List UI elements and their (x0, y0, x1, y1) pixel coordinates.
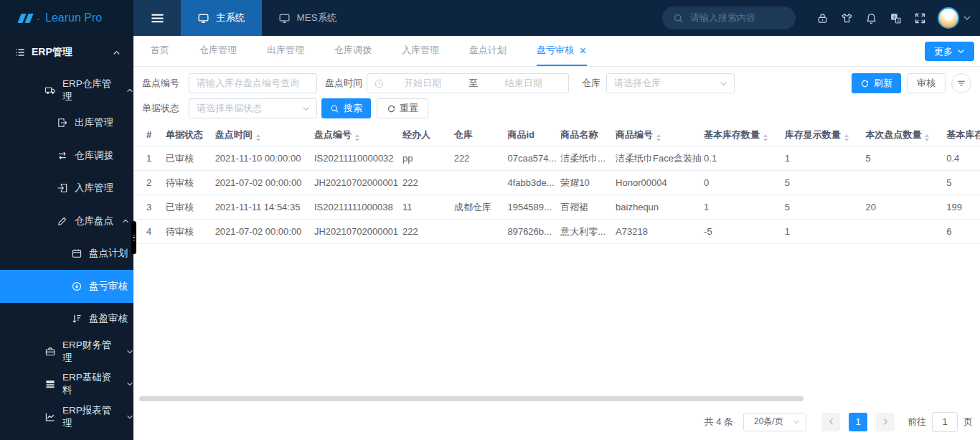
chevron-down-icon (126, 413, 133, 421)
column-header[interactable]: # (133, 123, 163, 146)
page-tab[interactable]: 仓库管理 (199, 36, 237, 66)
sidebar-module-header[interactable]: ERP管理 (0, 36, 133, 69)
page-tab[interactable]: 盘亏审核 (537, 36, 587, 66)
table-cell: 2021-07-02 00:00:00 (212, 220, 311, 244)
sidebar-item[interactable]: ERP报表管理 (0, 401, 133, 434)
table-cell: 已审核 (163, 195, 212, 220)
audit-button[interactable]: 审核 (907, 73, 946, 93)
table-cell: 1954589... (504, 195, 557, 220)
page-tabbar: 首页仓库管理出库管理仓库调拨入库管理盘点计划盘亏审核 更多 (133, 36, 980, 67)
sidebar-item[interactable]: 盘亏审核 (0, 270, 133, 303)
sidebar-item-label: ERP仓库管理 (62, 78, 118, 103)
column-header[interactable]: 商品id (504, 123, 557, 146)
filter-area: 盘点编号 请输入库存盘点编号查询 盘点时间 开始日期 至 结束日期 仓库 请选择… (133, 67, 980, 118)
search-button[interactable]: 搜索 (321, 98, 371, 118)
sidebar-item[interactable]: 盘点计划 (0, 238, 133, 271)
column-header[interactable]: 单据状态 (163, 123, 212, 146)
table-row[interactable]: 2待审核2021-07-02 00:00:00JH202107020000012… (133, 171, 980, 195)
sidebar-scrollbar-thumb[interactable] (131, 221, 136, 254)
sort-icon[interactable] (925, 134, 929, 141)
page-tab[interactable]: 入库管理 (402, 36, 439, 66)
sort-icon[interactable] (763, 134, 768, 141)
reset-icon (387, 104, 396, 113)
sidebar-item-label: ERP报表管理 (62, 404, 118, 430)
table-row[interactable]: 4待审核2021-07-02 00:00:00JH202107020000012… (133, 220, 980, 244)
system-tab-0[interactable]: 主系统 (181, 0, 262, 36)
warehouse-select[interactable]: 请选择仓库 (606, 73, 735, 93)
sidebar-item-label: 仓库调拨 (75, 149, 113, 162)
lock-icon[interactable] (810, 0, 834, 36)
menu-toggle-button[interactable] (133, 0, 181, 36)
sidebar-item[interactable]: 盘盈审核 (0, 303, 133, 336)
pencil-icon (57, 215, 68, 227)
table-cell: 1 (701, 195, 782, 220)
status-select[interactable]: 请选择单据状态 (189, 98, 317, 118)
code-input[interactable]: 请输入库存盘点编号查询 (189, 73, 317, 93)
horizontal-scrollbar-thumb[interactable] (139, 396, 804, 401)
column-header[interactable]: 仓库 (451, 123, 505, 146)
table-cell (862, 220, 943, 244)
page-tab[interactable]: 仓库调拨 (334, 36, 372, 66)
global-search-input[interactable]: 请输入搜索内容 (662, 6, 796, 29)
column-header[interactable]: 库存显示数量 (782, 123, 863, 146)
column-settings-button[interactable] (951, 73, 971, 93)
column-header[interactable]: 基本库存数量 (701, 123, 782, 146)
sidebar-item[interactable]: 入库管理 (0, 172, 133, 205)
column-header[interactable]: 本次盘点数量 (862, 123, 943, 146)
topbar-actions: 文A (810, 0, 932, 36)
refresh-button[interactable]: 刷新 (852, 73, 901, 93)
sidebar-item-label: ERP财务管理 (62, 339, 118, 365)
table-cell (451, 220, 505, 244)
avatar[interactable] (938, 7, 959, 29)
time-label: 盘点时间 (325, 77, 362, 90)
prev-page-button[interactable] (821, 413, 840, 431)
column-header[interactable]: 经办人 (400, 123, 451, 146)
tab-close-icon[interactable] (579, 47, 587, 55)
column-header[interactable]: 商品名称 (557, 123, 613, 146)
column-header[interactable]: 商品编号 (613, 123, 701, 146)
user-menu-chevron-icon[interactable] (963, 14, 971, 22)
next-page-button[interactable] (876, 413, 895, 431)
sidebar-item[interactable]: ERP财务管理 (0, 335, 133, 368)
sidebar-item[interactable]: 仓库盘点 (0, 205, 133, 238)
layers-icon (44, 378, 56, 390)
notifications-icon[interactable] (859, 0, 883, 36)
sort-icon[interactable] (656, 134, 661, 141)
fullscreen-icon[interactable] (908, 0, 932, 36)
page-tab[interactable]: 出库管理 (267, 36, 304, 66)
page-tab[interactable]: 盘点计划 (469, 36, 507, 66)
sidebar-item-label: 盘点计划 (89, 247, 128, 260)
sidebar-item[interactable]: ERP仓库管理 (0, 74, 133, 107)
column-header-label: 库存显示数量 (785, 129, 841, 140)
date-range-picker[interactable]: 开始日期 至 结束日期 (367, 73, 569, 93)
table-cell: 0.4 (943, 146, 980, 171)
table-row[interactable]: 1已审核2021-11-10 00:00:00IS20211110000032p… (133, 146, 980, 171)
language-icon[interactable]: 文A (883, 0, 908, 36)
column-header[interactable]: 盘点时间 (212, 123, 311, 146)
sort-icon[interactable] (256, 134, 260, 141)
sort-icon[interactable] (844, 134, 849, 141)
sidebar-item[interactable]: ERP基础资料 (0, 368, 133, 401)
table-cell: 5 (782, 195, 863, 220)
sidebar-item[interactable]: 出库管理 (0, 107, 133, 140)
table-row[interactable]: 3已审核2021-11-11 14:54:35IS202111110000381… (133, 195, 980, 220)
funnel-icon (956, 78, 966, 88)
logo[interactable]: · Learun Pro (0, 0, 133, 36)
logo-text: Learun Pro (45, 11, 102, 24)
goto-page-input[interactable]: 1 (932, 412, 958, 432)
chevron-down-icon (720, 80, 727, 88)
sort-icon[interactable] (355, 134, 359, 141)
theme-icon[interactable] (834, 0, 859, 36)
more-button[interactable]: 更多 (925, 42, 974, 61)
page-size-select[interactable]: 20条/页 (743, 413, 806, 431)
system-tab-1[interactable]: MES系统 (262, 0, 354, 36)
reset-button[interactable]: 重置 (377, 98, 428, 118)
column-header[interactable]: 盘点编号 (311, 123, 400, 146)
page-tab[interactable]: 首页 (151, 36, 169, 66)
table-cell: baizhequn (613, 195, 701, 220)
column-header-label: 本次盘点数量 (865, 129, 921, 140)
page-number-button[interactable]: 1 (849, 413, 867, 431)
page-unit-label: 页 (963, 416, 973, 429)
sidebar-item[interactable]: 仓库调拨 (0, 139, 133, 172)
column-header[interactable]: 基本库存差 (943, 123, 980, 146)
